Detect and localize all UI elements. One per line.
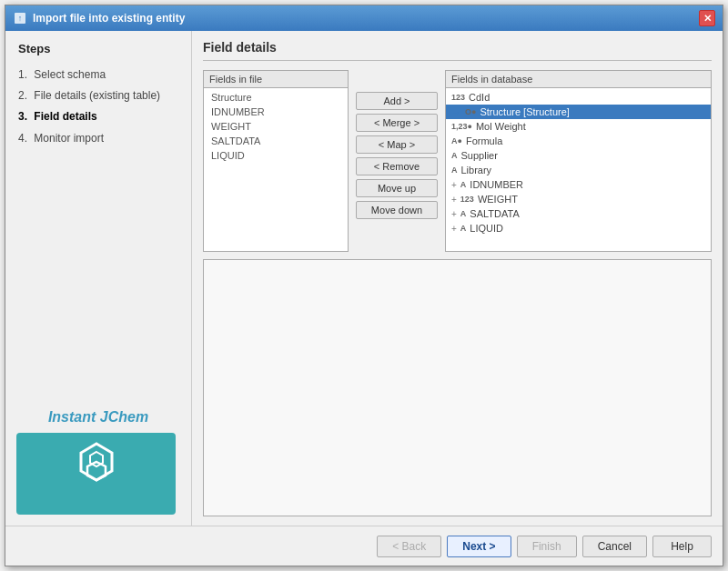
db-field-formula[interactable]: A● Formula: [446, 134, 711, 148]
field-mapping-area: Fields in file Structure IDNUMBER WEIGHT…: [203, 70, 712, 252]
step-4: 4. Monitor import: [18, 128, 178, 149]
steps-heading: Steps: [18, 42, 178, 55]
db-field-idnumber[interactable]: + A IDNUMBER: [446, 177, 711, 192]
main-content: Steps 1. Select schema 2. File details (…: [5, 31, 723, 526]
panel-title: Field details: [203, 40, 712, 61]
svg-marker-4: [90, 452, 103, 466]
add-button[interactable]: Add >: [356, 92, 438, 110]
db-field-molweight[interactable]: 1,23● Mol Weight: [446, 119, 711, 134]
branding-name: Instant JChem: [16, 409, 180, 426]
fields-in-db-header: Fields in database: [446, 71, 711, 88]
step-2: 2. File details (existing table): [18, 85, 178, 106]
db-field-weight[interactable]: + 123 WEIGHT: [446, 192, 711, 206]
map-button[interactable]: < Map >: [356, 135, 438, 154]
svg-text:↑: ↑: [18, 14, 23, 23]
bottom-bar: < Back Next > Finish Cancel Help: [5, 526, 723, 566]
svg-marker-3: [87, 462, 106, 480]
db-field-cdid[interactable]: 123 CdId: [446, 90, 711, 105]
branding-logo: [16, 433, 176, 515]
close-button[interactable]: ✕: [699, 10, 715, 26]
fields-in-file-box: Fields in file Structure IDNUMBER WEIGHT…: [203, 70, 349, 252]
db-field-liquid[interactable]: + A LIQUID: [446, 221, 711, 235]
title-bar-left: ↑ Import file into existing entity: [13, 11, 185, 25]
hex-logo-icon: [65, 439, 128, 508]
db-list-wrapper: 123 CdId → O● Structure [Structure] 1,23…: [446, 88, 711, 251]
merge-button[interactable]: < Merge >: [356, 114, 438, 132]
dialog-icon: ↑: [13, 11, 27, 25]
right-panel: Field details Fields in file Structure I…: [192, 31, 723, 526]
file-field-structure[interactable]: Structure: [204, 90, 348, 105]
file-field-idnumber[interactable]: IDNUMBER: [204, 105, 348, 119]
branding-section: Instant JChem: [5, 398, 191, 526]
move-down-button[interactable]: Move down: [356, 201, 438, 219]
steps-section: Steps 1. Select schema 2. File details (…: [5, 31, 191, 398]
preview-area: [203, 259, 712, 516]
title-bar: ↑ Import file into existing entity ✕: [5, 5, 723, 31]
step-3-active: 3. Field details: [18, 106, 178, 127]
finish-button[interactable]: Finish: [517, 536, 577, 557]
back-button[interactable]: < Back: [377, 536, 441, 557]
sidebar: Steps 1. Select schema 2. File details (…: [5, 31, 192, 526]
fields-in-file-header: Fields in file: [204, 71, 348, 88]
remove-button[interactable]: < Remove: [356, 157, 438, 175]
db-field-supplier[interactable]: A Supplier: [446, 148, 711, 163]
db-field-library[interactable]: A Library: [446, 163, 711, 177]
db-field-saltdata[interactable]: + A SALTDATA: [446, 206, 711, 221]
fields-in-file-list: Structure IDNUMBER WEIGHT SALTDATA LIQUI…: [204, 88, 348, 251]
mapping-buttons: Add > < Merge > < Map > < Remove Move up…: [356, 70, 438, 252]
db-fields-list: 123 CdId → O● Structure [Structure] 1,23…: [446, 88, 711, 251]
file-field-liquid[interactable]: LIQUID: [204, 148, 348, 163]
file-field-weight[interactable]: WEIGHT: [204, 119, 348, 134]
step-list: 1. Select schema 2. File details (existi…: [18, 65, 178, 149]
help-button[interactable]: Help: [652, 536, 712, 557]
fields-in-db-box: Fields in database 123 CdId → O● Structu…: [445, 70, 712, 252]
file-field-saltdata[interactable]: SALTDATA: [204, 134, 348, 148]
db-field-structure[interactable]: → O● Structure [Structure]: [446, 105, 711, 119]
move-up-button[interactable]: Move up: [356, 179, 438, 197]
cancel-button[interactable]: Cancel: [582, 536, 647, 557]
import-dialog: ↑ Import file into existing entity ✕ Ste…: [5, 5, 723, 566]
dialog-title: Import file into existing entity: [33, 12, 185, 25]
step-1: 1. Select schema: [18, 65, 178, 85]
next-button[interactable]: Next >: [447, 536, 511, 557]
